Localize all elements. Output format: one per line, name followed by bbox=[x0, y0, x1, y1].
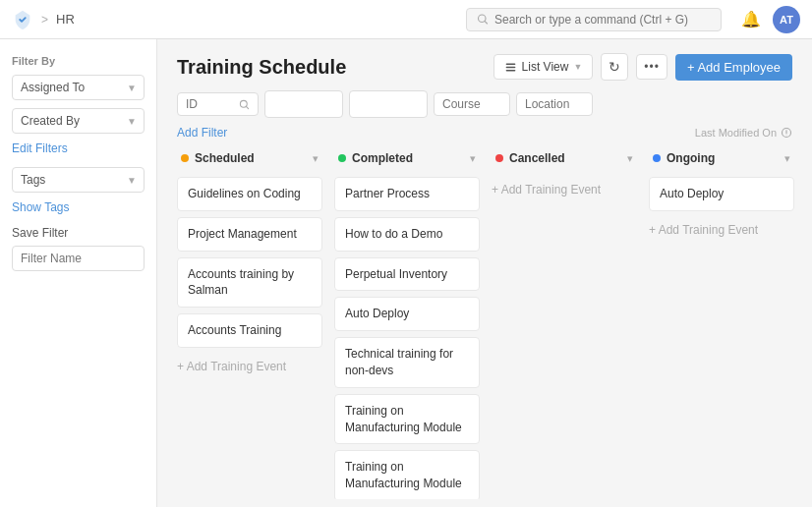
training-card[interactable]: Accounts training by Salman bbox=[177, 257, 322, 309]
header-actions: List View ▼ ↻ ••• + Add Employee bbox=[493, 53, 792, 81]
col-title: Ongoing bbox=[667, 151, 715, 165]
col-cards-scheduled: Guidelines on CodingProject ManagementAc… bbox=[177, 177, 322, 499]
col-title-wrap: Scheduled bbox=[181, 151, 255, 165]
main-layout: Filter By Assigned To ▼ Created By ▼ Edi… bbox=[0, 39, 812, 507]
training-card[interactable]: Project Management bbox=[177, 217, 322, 252]
kanban-col-ongoing: Ongoing ▾ Auto Deploy+ Add Training Even… bbox=[649, 145, 794, 499]
content-area: Training Schedule List View ▼ ↻ ••• + Ad… bbox=[157, 39, 812, 507]
add-filter-row: Add Filter Last Modified On bbox=[157, 124, 812, 145]
training-card[interactable]: Perpetual Inventory bbox=[334, 257, 480, 292]
filter-input-3[interactable] bbox=[349, 90, 428, 118]
col-status-dot bbox=[181, 154, 189, 162]
kanban-board-wrap: Scheduled ▾ Guidelines on CodingProject … bbox=[157, 145, 812, 507]
search-icon bbox=[477, 13, 489, 26]
course-input[interactable] bbox=[442, 97, 501, 111]
tags-select[interactable]: Tags bbox=[12, 167, 145, 193]
global-search[interactable] bbox=[466, 8, 722, 31]
training-card[interactable]: Training on Manufacturing Module bbox=[334, 394, 480, 445]
assigned-to-filter[interactable]: Assigned To ▼ bbox=[12, 75, 145, 100]
add-training-event-button[interactable]: + Add Training Event bbox=[492, 179, 637, 200]
col-header-cancelled: Cancelled ▾ bbox=[492, 145, 637, 171]
add-filter-button[interactable]: Add Filter bbox=[177, 126, 227, 140]
col-expand-icon[interactable]: ▾ bbox=[627, 152, 633, 165]
logo-icon bbox=[12, 9, 33, 30]
id-filter-input[interactable] bbox=[177, 92, 259, 116]
show-tags-link[interactable]: Show Tags bbox=[12, 200, 145, 214]
sidebar: Filter By Assigned To ▼ Created By ▼ Edi… bbox=[0, 39, 157, 507]
svg-line-1 bbox=[485, 21, 488, 24]
edit-filters-link[interactable]: Edit Filters bbox=[12, 141, 145, 155]
breadcrumb-separator: > bbox=[41, 13, 48, 27]
avatar[interactable]: AT bbox=[773, 6, 800, 33]
col-header-scheduled: Scheduled ▾ bbox=[177, 145, 322, 171]
page-title: Training Schedule bbox=[177, 56, 346, 79]
training-card[interactable]: Guidelines on Coding bbox=[177, 177, 322, 211]
col-title-wrap: Cancelled bbox=[495, 151, 565, 165]
col-status-dot bbox=[338, 154, 346, 162]
list-view-button[interactable]: List View ▼ bbox=[493, 54, 594, 80]
col-expand-icon[interactable]: ▾ bbox=[784, 152, 790, 165]
col-expand-icon[interactable]: ▾ bbox=[313, 152, 319, 165]
col-title: Scheduled bbox=[195, 151, 255, 165]
breadcrumb-item[interactable]: HR bbox=[56, 12, 75, 27]
filter-name-input[interactable] bbox=[12, 246, 145, 271]
created-by-select[interactable]: Created By bbox=[12, 108, 145, 134]
refresh-button[interactable]: ↻ bbox=[601, 53, 628, 81]
col-title: Cancelled bbox=[509, 151, 565, 165]
id-input[interactable] bbox=[186, 97, 235, 111]
training-card[interactable]: Training on Manufacturing Module bbox=[334, 450, 480, 499]
col-title-wrap: Completed bbox=[338, 151, 413, 165]
app-logo[interactable] bbox=[12, 9, 33, 30]
filter-input-2[interactable] bbox=[264, 90, 343, 118]
sort-icon bbox=[781, 127, 792, 139]
svg-rect-4 bbox=[505, 69, 515, 71]
card-title: Training on Manufacturing Module bbox=[345, 460, 462, 490]
training-card[interactable]: Auto Deploy bbox=[334, 297, 480, 331]
add-training-event-button[interactable]: + Add Training Event bbox=[177, 356, 322, 377]
training-card[interactable]: Accounts Training bbox=[177, 313, 322, 348]
add-training-event-button[interactable]: + Add Training Event bbox=[649, 219, 794, 241]
col-status-dot bbox=[653, 154, 661, 162]
kanban-col-cancelled: Cancelled ▾ + Add Training Event bbox=[492, 145, 637, 499]
filter-bar bbox=[157, 90, 812, 124]
card-title: Project Management bbox=[188, 227, 297, 241]
card-title: Auto Deploy bbox=[345, 307, 409, 320]
training-card[interactable]: Partner Process bbox=[334, 177, 480, 211]
col-cards-cancelled: + Add Training Event bbox=[492, 177, 637, 499]
assigned-to-select[interactable]: Assigned To bbox=[12, 75, 145, 100]
svg-rect-2 bbox=[505, 63, 515, 65]
card-title: Accounts training by Salman bbox=[188, 267, 294, 298]
more-options-button[interactable]: ••• bbox=[636, 54, 667, 80]
col-cards-completed: Partner ProcessHow to do a DemoPerpetual… bbox=[334, 177, 480, 499]
last-modified-label: Last Modified On bbox=[695, 127, 792, 139]
tags-filter[interactable]: Tags ▼ bbox=[12, 167, 145, 193]
training-card[interactable]: Auto Deploy bbox=[649, 177, 794, 211]
list-icon bbox=[504, 61, 517, 74]
card-title: Accounts Training bbox=[188, 323, 281, 337]
col-title-wrap: Ongoing bbox=[653, 151, 715, 165]
top-navigation: > HR 🔔 AT bbox=[0, 0, 812, 39]
col-expand-icon[interactable]: ▾ bbox=[470, 152, 476, 165]
col-title: Completed bbox=[352, 151, 413, 165]
card-title: Guidelines on Coding bbox=[188, 187, 301, 200]
training-card[interactable]: Technical training for non-devs bbox=[334, 337, 480, 388]
kanban-board: Scheduled ▾ Guidelines on CodingProject … bbox=[177, 145, 792, 507]
card-title: Partner Process bbox=[345, 187, 430, 200]
add-employee-button[interactable]: + Add Employee bbox=[675, 54, 792, 81]
col-cards-ongoing: Auto Deploy+ Add Training Event bbox=[649, 177, 794, 499]
kanban-col-completed: Completed ▾ Partner ProcessHow to do a D… bbox=[334, 145, 480, 499]
notifications-button[interactable]: 🔔 bbox=[737, 6, 765, 32]
created-by-filter[interactable]: Created By ▼ bbox=[12, 108, 145, 134]
card-title: Perpetual Inventory bbox=[345, 267, 447, 281]
course-filter-input[interactable] bbox=[434, 92, 510, 116]
card-title: How to do a Demo bbox=[345, 227, 442, 241]
svg-line-6 bbox=[246, 106, 248, 108]
location-input[interactable] bbox=[525, 97, 584, 111]
filter-by-label: Filter By bbox=[12, 55, 145, 67]
search-input[interactable] bbox=[494, 13, 711, 27]
training-card[interactable]: How to do a Demo bbox=[334, 217, 480, 252]
svg-rect-3 bbox=[505, 66, 515, 68]
col-header-ongoing: Ongoing ▾ bbox=[649, 145, 794, 171]
location-filter-input[interactable] bbox=[516, 92, 593, 116]
card-title: Auto Deploy bbox=[660, 187, 724, 200]
